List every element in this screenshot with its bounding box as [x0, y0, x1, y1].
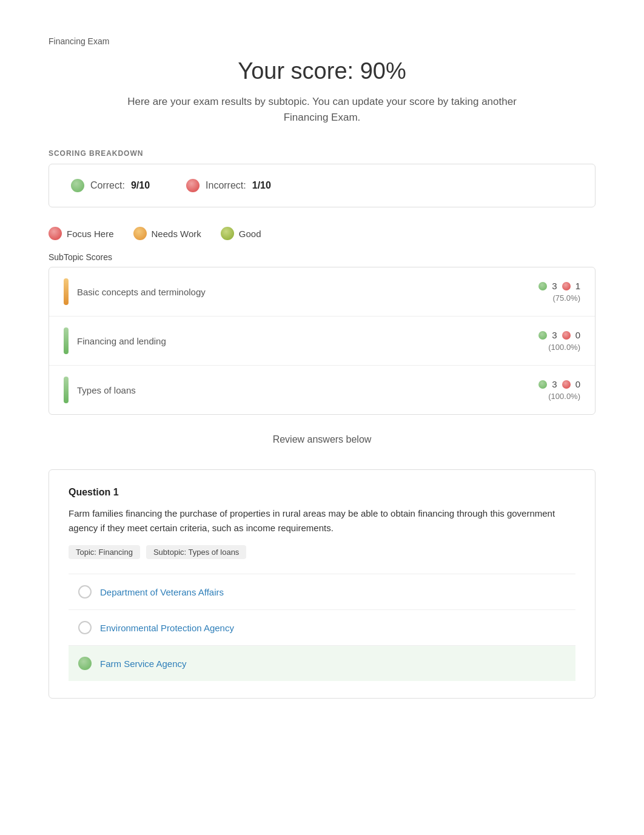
subtopic-left-0: Basic concepts and terminology	[64, 278, 206, 305]
correct-value: 9/10	[131, 180, 150, 191]
subtopic-bar-0	[64, 278, 69, 305]
question-card: Question 1 Farm families financing the p…	[49, 469, 595, 699]
subtopic-counts-2: 3 0	[538, 379, 580, 389]
subtopic-bar-2	[64, 377, 69, 403]
subtopic-box: Basic concepts and terminology 3 1 (75.0…	[49, 267, 595, 415]
correct-mini-dot-2	[538, 380, 547, 389]
answer-text-2: Farm Service Agency	[100, 659, 187, 669]
correct-count-1: 3	[552, 330, 557, 340]
subtopic-row-2: Types of loans 3 0 (100.0%)	[49, 366, 595, 414]
subtopic-label: SubTopic Scores	[49, 252, 595, 262]
option-indicator-2	[78, 657, 92, 670]
answer-option-0[interactable]: Department of Veterans Affairs	[69, 574, 575, 609]
tag-topic: Topic: Financing	[69, 545, 140, 559]
incorrect-value: 1/10	[252, 180, 271, 191]
scoring-box: Correct: 9/10 Incorrect: 1/10	[49, 164, 595, 207]
focus-here-dot	[49, 227, 62, 240]
answer-option-2[interactable]: Farm Service Agency	[69, 645, 575, 681]
focus-here-label: Focus Here	[67, 229, 114, 239]
needs-work-dot	[133, 227, 147, 240]
subtopic-left-2: Types of loans	[64, 377, 136, 403]
incorrect-mini-dot-0	[562, 282, 571, 290]
legend: Focus Here Needs Work Good	[49, 227, 595, 240]
incorrect-label: Incorrect:	[206, 180, 246, 191]
good-label: Good	[239, 229, 261, 239]
correct-label: Correct:	[90, 180, 125, 191]
incorrect-item: Incorrect: 1/10	[186, 179, 271, 192]
subtopic-name-2: Types of loans	[77, 385, 136, 395]
subtopic-pct-0: (75.0%)	[552, 293, 580, 303]
subtopic-name-0: Basic concepts and terminology	[77, 287, 206, 297]
correct-count-0: 3	[552, 281, 557, 291]
subtopic-counts-1: 3 0	[538, 330, 580, 340]
incorrect-count-0: 1	[575, 281, 580, 291]
question-text: Farm families financing the purchase of …	[69, 506, 575, 535]
score-title: Your score: 90%	[49, 58, 595, 84]
option-indicator-1	[78, 621, 92, 634]
scoring-label: SCORING BREAKDOWN	[49, 149, 595, 158]
incorrect-mini-dot-1	[562, 331, 571, 340]
scoring-section: SCORING BREAKDOWN Correct: 9/10 Incorrec…	[49, 149, 595, 207]
subtopic-row-1: Financing and lending 3 0 (100.0%)	[49, 317, 595, 366]
correct-mini-dot-0	[538, 282, 547, 290]
subtopic-bar-1	[64, 327, 69, 354]
subtopic-left-1: Financing and lending	[64, 327, 166, 354]
subtopic-pct-2: (100.0%)	[548, 392, 580, 401]
incorrect-count-2: 0	[575, 379, 580, 389]
needs-work-label: Needs Work	[152, 229, 201, 239]
score-subtitle: Here are your exam results by subtopic. …	[116, 94, 528, 125]
correct-count-2: 3	[552, 379, 557, 389]
correct-dot	[71, 179, 84, 192]
legend-focus-here: Focus Here	[49, 227, 114, 240]
review-text: Review answers below	[49, 434, 595, 445]
subtopic-pct-1: (100.0%)	[548, 343, 580, 352]
legend-needs-work: Needs Work	[133, 227, 201, 240]
subtopic-row-0: Basic concepts and terminology 3 1 (75.0…	[49, 267, 595, 317]
subtopic-right-1: 3 0 (100.0%)	[538, 330, 580, 352]
breadcrumb: Financing Exam	[49, 36, 595, 46]
option-indicator-0	[78, 585, 92, 599]
subtopic-name-1: Financing and lending	[77, 336, 166, 346]
tags-row: Topic: Financing Subtopic: Types of loan…	[69, 545, 575, 559]
incorrect-dot	[186, 179, 200, 192]
score-row: Correct: 9/10 Incorrect: 1/10	[71, 179, 573, 192]
answer-text-1: Environmental Protection Agency	[100, 623, 234, 633]
good-dot	[221, 227, 234, 240]
subtopic-right-2: 3 0 (100.0%)	[538, 379, 580, 401]
subtopic-counts-0: 3 1	[538, 281, 580, 291]
correct-mini-dot-1	[538, 331, 547, 340]
answer-option-1[interactable]: Environmental Protection Agency	[69, 609, 575, 645]
correct-item: Correct: 9/10	[71, 179, 150, 192]
incorrect-count-1: 0	[575, 330, 580, 340]
question-number: Question 1	[69, 487, 575, 498]
tag-subtopic: Subtopic: Types of loans	[146, 545, 246, 559]
answer-text-0: Department of Veterans Affairs	[100, 587, 224, 597]
legend-good: Good	[221, 227, 261, 240]
incorrect-mini-dot-2	[562, 380, 571, 389]
subtopic-right-0: 3 1 (75.0%)	[538, 281, 580, 303]
subtopic-section: SubTopic Scores Basic concepts and termi…	[49, 252, 595, 415]
